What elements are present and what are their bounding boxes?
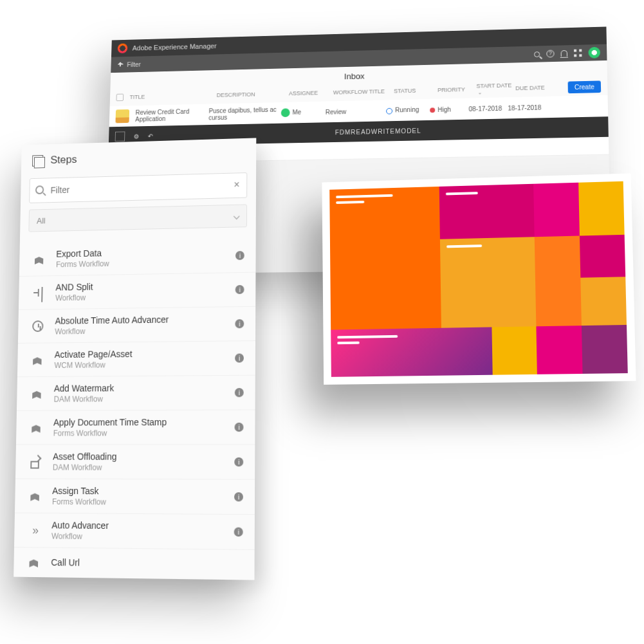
search-icon[interactable] <box>534 51 540 57</box>
step-item[interactable]: »Auto AdvancerWorkflowi <box>14 513 255 550</box>
step-item[interactable]: Apply Document Time StampForms Workflowi <box>16 410 255 445</box>
steps-panel-icon <box>32 155 43 167</box>
step-subtitle: Forms Workflow <box>52 497 224 508</box>
funnel-icon <box>117 62 124 68</box>
col-workflow-title[interactable]: WORKFLOW TITLE <box>333 88 394 96</box>
sort-icon: ⌄ <box>478 89 483 95</box>
col-title[interactable]: TITLE <box>130 92 217 100</box>
step-subtitle: Forms Workflow <box>53 428 225 437</box>
row-start-date: 08-17-2018 <box>469 104 508 112</box>
step-title: Asset Offloading <box>53 452 224 462</box>
step-title: Call Url <box>51 557 243 570</box>
assignee-avatar-icon <box>281 108 290 117</box>
step-subtitle: Workflow <box>51 531 224 542</box>
toolbar-settings-icon[interactable]: ⚙ <box>134 133 140 140</box>
app-logo-icon <box>118 43 128 53</box>
step-item[interactable]: Asset OffloadingDAM Workflowi <box>15 445 255 479</box>
col-priority[interactable]: PRIORITY <box>437 86 476 93</box>
user-avatar-icon[interactable] <box>588 47 600 59</box>
create-button[interactable]: Create <box>568 80 602 93</box>
apps-grid-icon[interactable] <box>574 49 582 57</box>
notifications-icon[interactable] <box>561 50 567 57</box>
tile <box>535 235 582 326</box>
tile <box>331 327 492 376</box>
help-icon[interactable] <box>546 50 554 58</box>
step-subtitle: DAM Workflow <box>53 463 225 473</box>
steps-panel: Steps × All Export DataForms WorkflowiAN… <box>14 138 256 580</box>
step-item[interactable]: Call Url <box>14 547 255 579</box>
info-icon[interactable]: i <box>234 423 243 432</box>
row-workflow-title: Review <box>326 107 386 116</box>
col-due-date[interactable]: DUE DATE <box>515 84 551 91</box>
tile <box>580 277 627 326</box>
search-icon <box>35 185 44 194</box>
row-thumbnail-icon <box>115 109 129 123</box>
status-dot-icon <box>386 107 392 114</box>
step-subtitle: Forms Workflow <box>56 257 225 270</box>
box3d-icon <box>27 488 42 504</box>
col-assignee[interactable]: ASSIGNEE <box>289 89 333 97</box>
info-icon[interactable]: i <box>234 528 243 537</box>
tile-label-placeholder <box>446 192 478 198</box>
info-icon[interactable]: i <box>235 251 244 260</box>
tile <box>329 187 441 330</box>
toolbar-model-label: FDMREADWRITEMODEL <box>161 124 602 139</box>
split-icon <box>31 285 46 300</box>
step-title: Apply Document Time Stamp <box>53 417 225 428</box>
offload-icon <box>28 454 42 470</box>
step-item[interactable]: Add WatermarkDAM Workflowi <box>17 376 255 411</box>
chevron-down-icon <box>234 213 240 219</box>
tile-label-placeholder <box>337 335 398 347</box>
tile-label-placeholder <box>446 244 482 251</box>
info-icon[interactable]: i <box>234 457 243 466</box>
row-priority: High <box>430 106 468 113</box>
tile <box>537 326 583 374</box>
toolbar-undo-icon[interactable]: ↶ <box>148 133 153 140</box>
row-description: Pusce dapibus, tellus ac cursus <box>208 106 281 122</box>
step-title: Activate Page/Asset <box>55 348 225 360</box>
filter-input[interactable] <box>29 172 247 203</box>
tile <box>578 181 625 236</box>
toolbar-panel-icon[interactable] <box>115 131 125 142</box>
col-status[interactable]: STATUS <box>394 87 437 94</box>
step-title: Add Watermark <box>54 382 225 394</box>
step-subtitle: Workflow <box>55 325 225 336</box>
category-dropdown[interactable]: All <box>28 204 247 232</box>
step-item[interactable]: Assign TaskForms Workflowi <box>15 479 255 515</box>
steps-title: Steps <box>50 153 77 167</box>
row-status: Running <box>386 106 430 114</box>
filter-search: × <box>29 172 247 203</box>
box3d-icon <box>29 386 44 401</box>
col-start-date[interactable]: START DATE⌄ <box>476 82 515 96</box>
step-subtitle: DAM Workflow <box>53 394 224 403</box>
tile <box>439 184 535 239</box>
select-all-checkbox[interactable] <box>116 94 124 102</box>
step-item[interactable]: Absolute Time Auto AdvancerWorkflowi <box>18 307 255 344</box>
row-due-date: 18-17-2018 <box>508 104 544 111</box>
info-icon[interactable]: i <box>235 285 244 294</box>
box3d-icon <box>28 420 43 436</box>
app-title: Adobe Experience Manager <box>133 42 217 52</box>
treemap-card <box>322 173 636 385</box>
col-description[interactable]: DESCRIPTION <box>217 91 289 98</box>
steps-list: Export DataForms WorkflowiAND SplitWorkf… <box>14 239 256 580</box>
row-title: Review Credit Card Application <box>135 107 209 122</box>
dropdown-value: All <box>37 216 46 225</box>
info-icon[interactable]: i <box>234 492 243 501</box>
box3d-icon <box>32 252 46 267</box>
step-subtitle: WCM Workflow <box>54 360 225 370</box>
step-title: AND Split <box>55 279 225 292</box>
step-title: Auto Advancer <box>51 520 223 531</box>
info-icon[interactable]: i <box>235 388 244 397</box>
tile <box>582 325 628 374</box>
filter-label[interactable]: Filter <box>127 61 141 68</box>
clear-icon[interactable]: × <box>234 179 239 190</box>
info-icon[interactable]: i <box>235 353 244 362</box>
step-item[interactable]: Export DataForms Workflowi <box>19 239 256 277</box>
row-assignee: Me <box>281 107 326 117</box>
step-item[interactable]: AND SplitWorkflowi <box>19 273 256 310</box>
tile <box>492 326 537 374</box>
info-icon[interactable]: i <box>235 319 244 328</box>
step-title: Absolute Time Auto Advancer <box>55 313 225 326</box>
step-item[interactable]: Activate Page/AssetWCM Workflowi <box>17 341 255 377</box>
